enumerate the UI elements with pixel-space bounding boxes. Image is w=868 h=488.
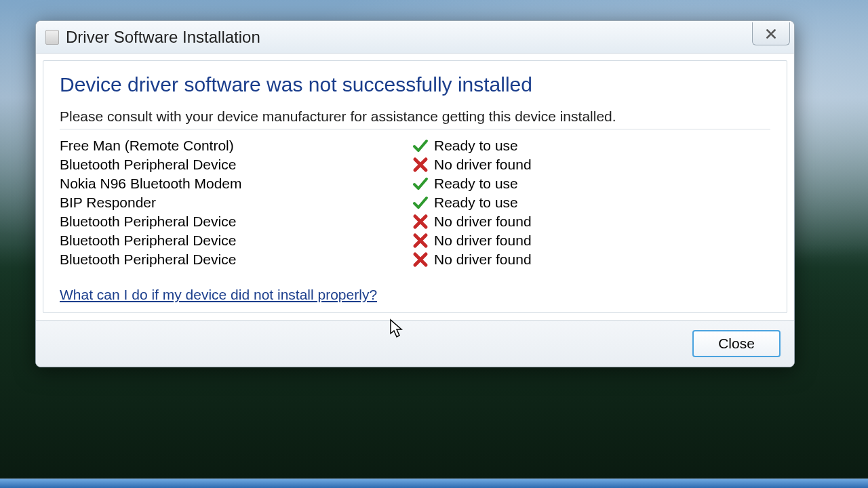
driver-install-dialog: Driver Software Installation Device driv… (35, 20, 795, 367)
device-status-iconcell (412, 193, 434, 212)
device-name: Bluetooth Peripheral Device (60, 212, 412, 231)
device-status-text: No driver found (434, 250, 770, 269)
device-row: BIP ResponderReady to use (60, 193, 770, 212)
app-icon (45, 30, 59, 45)
device-name: BIP Responder (60, 193, 412, 212)
window-title: Driver Software Installation (66, 28, 260, 47)
close-icon (765, 28, 777, 40)
device-name: Free Man (Remote Control) (60, 136, 412, 155)
device-name: Bluetooth Peripheral Device (60, 231, 412, 250)
check-icon (412, 195, 429, 211)
dialog-content: Device driver software was not successfu… (43, 60, 787, 313)
close-button[interactable]: Close (692, 330, 781, 357)
device-status-text: Ready to use (434, 136, 770, 155)
device-status-iconcell (412, 136, 434, 155)
check-icon (412, 176, 429, 192)
device-status-text: No driver found (434, 212, 770, 231)
device-status-table: Free Man (Remote Control)Ready to useBlu… (60, 136, 770, 269)
device-name: Nokia N96 Bluetooth Modem (60, 174, 412, 193)
device-status-iconcell (412, 250, 434, 269)
titlebar: Driver Software Installation (36, 21, 794, 54)
device-name: Bluetooth Peripheral Device (60, 155, 412, 174)
device-status-text: No driver found (434, 155, 770, 174)
window-close-button[interactable] (752, 22, 790, 45)
device-status-text: Ready to use (434, 193, 770, 212)
dialog-footer: Close (36, 320, 794, 367)
x-icon (412, 251, 429, 268)
help-link[interactable]: What can I do if my device did not insta… (60, 287, 377, 303)
device-row: Bluetooth Peripheral DeviceNo driver fou… (60, 212, 770, 231)
result-heading: Device driver software was not successfu… (60, 73, 770, 96)
device-row: Nokia N96 Bluetooth ModemReady to use (60, 174, 770, 193)
device-row: Free Man (Remote Control)Ready to use (60, 136, 770, 155)
device-status-iconcell (412, 155, 434, 174)
device-status-iconcell (412, 174, 434, 193)
device-status-iconcell (412, 231, 434, 250)
device-status-iconcell (412, 212, 434, 231)
x-icon (412, 214, 429, 230)
x-icon (412, 157, 429, 173)
device-name: Bluetooth Peripheral Device (60, 250, 412, 269)
divider (60, 129, 770, 129)
x-icon (412, 232, 429, 249)
taskbar[interactable] (0, 479, 868, 488)
device-status-text: No driver found (434, 231, 770, 250)
device-row: Bluetooth Peripheral DeviceNo driver fou… (60, 231, 770, 250)
result-subtext: Please consult with your device manufact… (60, 108, 770, 125)
check-icon (412, 138, 429, 154)
device-row: Bluetooth Peripheral DeviceNo driver fou… (60, 155, 770, 174)
device-status-text: Ready to use (434, 174, 770, 193)
device-row: Bluetooth Peripheral DeviceNo driver fou… (60, 250, 770, 269)
